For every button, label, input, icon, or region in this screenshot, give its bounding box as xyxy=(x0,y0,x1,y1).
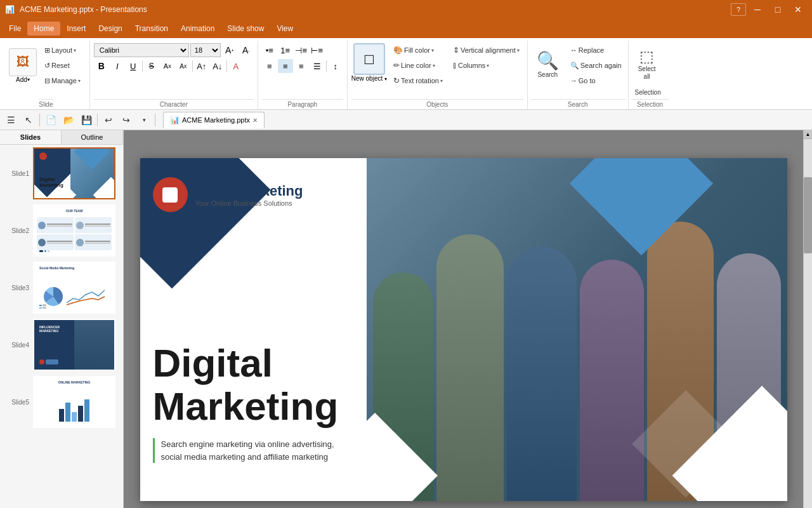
new-object-icon: □ xyxy=(365,50,374,68)
new-btn[interactable]: 📄 xyxy=(43,112,59,128)
line-color-btn[interactable]: ✏ Line color ▾ xyxy=(390,58,447,72)
help-button[interactable]: ? xyxy=(731,3,746,16)
slide-item-1[interactable]: Slide1 Acme xyxy=(0,145,123,202)
add-button[interactable]: 🖼 Add▾ xyxy=(8,48,38,83)
text-rotation-btn[interactable]: ↻ Text rotation ▾ xyxy=(390,74,447,88)
minimize-button[interactable]: ─ xyxy=(749,3,766,16)
increase-font-btn[interactable]: A+ xyxy=(222,43,237,57)
replace-btn[interactable]: ↔ Replace xyxy=(566,43,625,57)
menu-animation[interactable]: Animation xyxy=(174,22,221,36)
slide-thumb-1[interactable]: Acme DigitalMarketing xyxy=(33,147,115,199)
align-right-btn[interactable]: ≡ xyxy=(294,59,309,73)
para-separator xyxy=(326,60,327,72)
save-btn[interactable]: 💾 xyxy=(78,112,95,128)
clear-format-btn[interactable]: A xyxy=(228,59,244,73)
slide-description: Search engine marketing via online adver… xyxy=(153,438,339,463)
slides-tab[interactable]: Slides xyxy=(0,130,62,144)
undo-arrow[interactable]: ▾ xyxy=(136,112,152,128)
bold-btn[interactable]: B xyxy=(94,59,109,73)
objects-content: □ New object ▾ 🎨 Fill color ▾ ✏ Line col… xyxy=(351,43,523,88)
decrease-font-btn[interactable]: A- xyxy=(239,43,254,57)
thumb1-logo-text: Acme xyxy=(48,155,55,158)
vertical-alignment-btn[interactable]: ⇕ Vertical alignment ▾ xyxy=(449,43,523,57)
strikethrough-btn[interactable]: S xyxy=(144,59,159,73)
thumb3-legend1-color xyxy=(39,305,42,306)
slide-item-4[interactable]: Slide4 INFLUENCERMARKETING xyxy=(0,316,123,373)
logo-area: Acme Marketing Your Online Business Solu… xyxy=(153,177,303,212)
file-tab[interactable]: 📊 ACME Marketing.pptx ✕ xyxy=(163,112,265,128)
menu-insert[interactable]: Insert xyxy=(60,22,92,36)
new-object-btn[interactable]: □ New object ▾ xyxy=(351,43,387,88)
search-again-btn[interactable]: 🔍 Search again xyxy=(566,58,625,72)
vscroll-thumb[interactable] xyxy=(804,177,812,253)
menu-home[interactable]: Home xyxy=(27,22,60,36)
bullets-btn[interactable]: •≡ xyxy=(262,43,277,57)
thumb2-grid xyxy=(37,217,112,250)
indent-less-btn[interactable]: ⊣≡ xyxy=(294,43,309,57)
thumb3-legend2: 59% xyxy=(39,307,46,309)
close-button[interactable]: ✕ xyxy=(789,3,807,16)
canvas-vscroll[interactable]: ▲ ▼ xyxy=(803,130,812,508)
indent-more-btn[interactable]: ⊢≡ xyxy=(310,43,325,57)
columns-btn[interactable]: ⫿ Columns ▾ xyxy=(449,58,523,72)
font-size-select[interactable]: 18 xyxy=(190,43,221,57)
slide-item-5[interactable]: Slide5 ONLINE MARKETING xyxy=(0,373,123,431)
menu-slideshow[interactable]: Slide show xyxy=(221,22,270,36)
slide-thumb-2[interactable]: OUR TEAM xyxy=(33,204,115,257)
tab-close-btn[interactable]: ✕ xyxy=(252,117,258,124)
align-justify-btn[interactable]: ☰ xyxy=(310,59,325,73)
slide-item-2[interactable]: Slide2 OUR TEAM xyxy=(0,202,123,259)
menu-transition[interactable]: Transition xyxy=(129,22,174,36)
app-icon: 📊 xyxy=(5,5,15,14)
selection-button[interactable]: Selection xyxy=(631,85,669,99)
char-separator1 xyxy=(142,60,143,72)
slide-thumb-5[interactable]: ONLINE MARKETING xyxy=(33,376,115,428)
select-all-button[interactable]: ⬚ Selectall xyxy=(631,43,663,85)
font-size-down-btn[interactable]: A↓ xyxy=(210,59,225,73)
menu-design[interactable]: Design xyxy=(92,22,128,36)
menu-file[interactable]: File xyxy=(3,22,27,36)
company-tagline: Your Online Business Solutions xyxy=(195,199,303,207)
vscroll-up-btn[interactable]: ▲ xyxy=(804,130,812,139)
title-bar: 📊 ACME Marketing.pptx - Presentations ? … xyxy=(0,0,812,19)
tab-filename: ACME Marketing.pptx xyxy=(182,116,250,124)
thumb4-logo xyxy=(39,359,58,364)
title-controls[interactable]: ? ─ □ ✕ xyxy=(731,3,807,16)
slide-canvas[interactable]: Acme Marketing Your Online Business Solu… xyxy=(140,158,787,501)
line-spacing-btn[interactable]: ↕ xyxy=(328,59,343,73)
outline-tab[interactable]: Outline xyxy=(62,130,123,144)
pointer-btn[interactable]: ↖ xyxy=(20,112,37,128)
align-center-btn[interactable]: ≡ xyxy=(278,59,293,73)
italic-btn[interactable]: I xyxy=(110,59,125,73)
vscroll-track[interactable] xyxy=(804,139,812,508)
layout-button[interactable]: ⊞ Layout ▾ xyxy=(41,43,84,57)
underline-btn[interactable]: U xyxy=(126,59,141,73)
selection-content: ⬚ Selectall xyxy=(631,43,669,85)
goto-btn[interactable]: → Go to xyxy=(566,74,625,88)
search-button[interactable]: 🔍 Search xyxy=(530,43,565,85)
slide-item-3[interactable]: Slide3 Social Media Marketing xyxy=(0,259,123,316)
font-size-up-btn[interactable]: A↑ xyxy=(194,59,209,73)
thumb2-line7 xyxy=(85,241,110,242)
subscript-btn[interactable]: Ax xyxy=(176,59,191,73)
new-object-label[interactable]: New object ▾ xyxy=(351,75,387,82)
manage-button[interactable]: ⊟ Manage ▾ xyxy=(41,74,84,88)
open-btn[interactable]: 📂 xyxy=(60,112,77,128)
menu-view[interactable]: View xyxy=(270,22,299,36)
reset-button[interactable]: ↺ Reset xyxy=(41,58,84,72)
hamburger-btn[interactable]: ☰ xyxy=(3,112,19,128)
slide-thumb-4[interactable]: INFLUENCERMARKETING xyxy=(33,319,115,371)
restore-button[interactable]: □ xyxy=(769,3,787,16)
redo-btn[interactable]: ↪ xyxy=(118,112,134,128)
undo-btn[interactable]: ↩ xyxy=(100,112,117,128)
font-family-select[interactable]: Calibri xyxy=(94,43,189,57)
fill-color-btn[interactable]: 🎨 Fill color ▾ xyxy=(390,43,447,57)
canvas-area[interactable]: Acme Marketing Your Online Business Solu… xyxy=(124,130,803,508)
add-label[interactable]: Add▾ xyxy=(16,76,30,83)
slide-thumb-3[interactable]: Social Media Marketing 42% 5 xyxy=(33,262,115,314)
selection-bottom: Selection xyxy=(631,85,669,99)
align-left-btn[interactable]: ≡ xyxy=(262,59,277,73)
numbering-btn[interactable]: 1≡ xyxy=(278,43,293,57)
superscript-btn[interactable]: Ax xyxy=(160,59,175,73)
search-label: Search xyxy=(537,71,558,78)
